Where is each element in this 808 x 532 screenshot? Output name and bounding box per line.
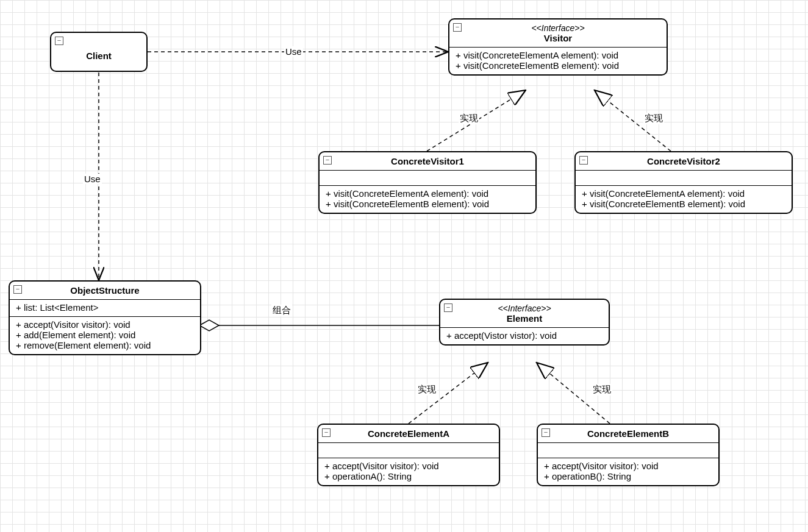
cea-name: ConcreteElementA bbox=[368, 428, 449, 439]
cv1-method: + visit(ConcreteElementA element): void bbox=[326, 188, 529, 199]
ceb-method: + accept(Visitor visitor): void bbox=[544, 461, 712, 471]
os-method: + accept(Visitor visitor): void bbox=[16, 319, 194, 330]
cv1-method: + visit(ConcreteElementB element): void bbox=[326, 199, 529, 209]
collapse-icon[interactable]: − bbox=[453, 23, 462, 32]
visitor-method: + visit(ConcreteElementB element): void bbox=[456, 60, 660, 71]
collapse-icon[interactable]: − bbox=[322, 428, 331, 437]
collapse-icon[interactable]: − bbox=[444, 303, 452, 312]
cv1-name: ConcreteVisitor1 bbox=[391, 156, 464, 166]
label-compose: 组合 bbox=[271, 305, 292, 316]
class-objectstructure: − ObjectStructure + list: List<Element> … bbox=[9, 280, 201, 355]
os-method: + add(Element element): void bbox=[16, 330, 194, 340]
ceb-name: ConcreteElementB bbox=[587, 428, 669, 439]
label-impl: 实现 bbox=[417, 384, 437, 395]
label-impl: 实现 bbox=[643, 113, 664, 124]
os-method: + remove(Element element): void bbox=[16, 340, 194, 350]
label-impl: 实现 bbox=[459, 113, 479, 124]
visitor-method: + visit(ConcreteElementA element): void bbox=[456, 50, 660, 60]
visitor-stereotype: <<Interface>> bbox=[454, 23, 662, 33]
ceb-method: + operationB(): String bbox=[544, 471, 712, 481]
interface-element: − <<Interface>> Element + accept(Vistor … bbox=[439, 299, 610, 346]
client-name: Client bbox=[86, 51, 112, 61]
collapse-icon[interactable]: − bbox=[323, 156, 332, 165]
collapse-icon[interactable]: − bbox=[542, 428, 550, 437]
element-method: + accept(Vistor vistor): void bbox=[446, 330, 602, 341]
cv2-method: + visit(ConcreteElementA element): void bbox=[582, 188, 785, 199]
collapse-icon[interactable]: − bbox=[13, 285, 22, 294]
cv2-method: + visit(ConcreteElementB element): void bbox=[582, 199, 785, 209]
cea-method: + operationA(): String bbox=[324, 471, 493, 481]
os-attr: + list: List<Element> bbox=[16, 302, 194, 313]
visitor-name: Visitor bbox=[544, 33, 572, 43]
cea-method: + accept(Visitor visitor): void bbox=[324, 461, 493, 471]
class-concretevisitor2: − ConcreteVisitor2 + visit(ConcreteEleme… bbox=[574, 151, 793, 214]
class-concreteelementa: − ConcreteElementA + accept(Visitor visi… bbox=[317, 424, 500, 486]
label-impl: 实现 bbox=[592, 384, 612, 395]
collapse-icon[interactable]: − bbox=[579, 156, 588, 165]
collapse-icon[interactable]: − bbox=[55, 37, 63, 45]
class-concreteelementb: − ConcreteElementB + accept(Visitor visi… bbox=[537, 424, 720, 486]
element-name: Element bbox=[507, 313, 542, 324]
class-concretevisitor1: − ConcreteVisitor1 + visit(ConcreteEleme… bbox=[318, 151, 537, 214]
os-name: ObjectStructure bbox=[70, 285, 139, 296]
interface-visitor: − <<Interface>> Visitor + visit(Concrete… bbox=[448, 18, 668, 76]
class-client: − Client bbox=[50, 32, 148, 72]
label-use: Use bbox=[83, 174, 102, 184]
element-stereotype: <<Interface>> bbox=[445, 303, 604, 313]
label-use: Use bbox=[284, 46, 303, 57]
cv2-name: ConcreteVisitor2 bbox=[647, 156, 720, 166]
